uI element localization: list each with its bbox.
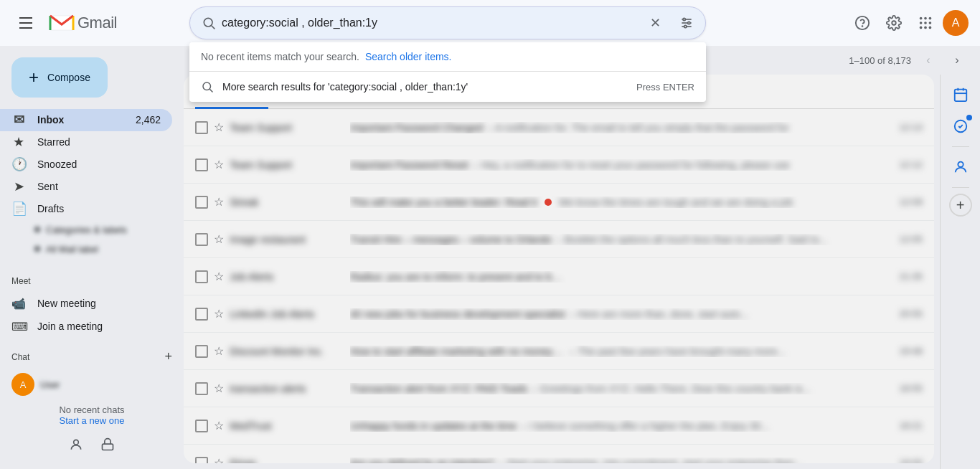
search-clear-button[interactable]: ✕ [642, 10, 668, 36]
topbar-right: A [848, 9, 969, 37]
svg-point-21 [929, 27, 932, 29]
search-overlay [0, 46, 980, 469]
svg-point-11 [862, 26, 863, 27]
gmail-text: Gmail [77, 14, 117, 32]
gmail-logo: Gmail [49, 13, 117, 33]
svg-point-18 [929, 22, 932, 24]
svg-point-14 [924, 17, 927, 20]
search-more-icon [201, 80, 214, 93]
svg-point-5 [683, 18, 685, 20]
press-enter-hint: Press ENTER [636, 82, 694, 93]
svg-line-1 [212, 26, 215, 29]
svg-point-0 [204, 18, 212, 27]
svg-point-7 [684, 25, 687, 27]
search-wrapper: ✕ No recent items match your search. Sea… [189, 6, 706, 39]
menu-button[interactable] [11, 9, 40, 37]
search-dropdown: No recent items match your search. Searc… [189, 42, 706, 102]
svg-point-20 [924, 27, 927, 29]
search-bar: ✕ [189, 6, 706, 39]
more-search-results-row[interactable]: More search results for 'category:social… [189, 72, 706, 102]
more-search-text: More search results for 'category:social… [222, 81, 628, 93]
svg-point-8 [203, 82, 211, 90]
svg-point-17 [924, 22, 927, 24]
svg-point-6 [688, 22, 690, 24]
svg-line-9 [209, 89, 212, 92]
svg-point-16 [920, 22, 923, 24]
gmail-m-icon [49, 13, 75, 33]
svg-point-12 [892, 21, 896, 25]
avatar[interactable]: A [943, 10, 969, 36]
search-older-link[interactable]: Search older items. [365, 51, 452, 62]
settings-button[interactable] [880, 9, 908, 37]
svg-point-19 [920, 27, 923, 29]
search-input[interactable] [222, 16, 636, 29]
search-icon [202, 16, 216, 30]
search-options-button[interactable] [674, 10, 699, 36]
svg-point-15 [929, 17, 932, 20]
help-button[interactable] [848, 9, 877, 37]
google-apps-button[interactable] [911, 9, 940, 37]
no-recent-message: No recent items match your search. Searc… [189, 42, 706, 72]
svg-point-13 [920, 17, 923, 20]
